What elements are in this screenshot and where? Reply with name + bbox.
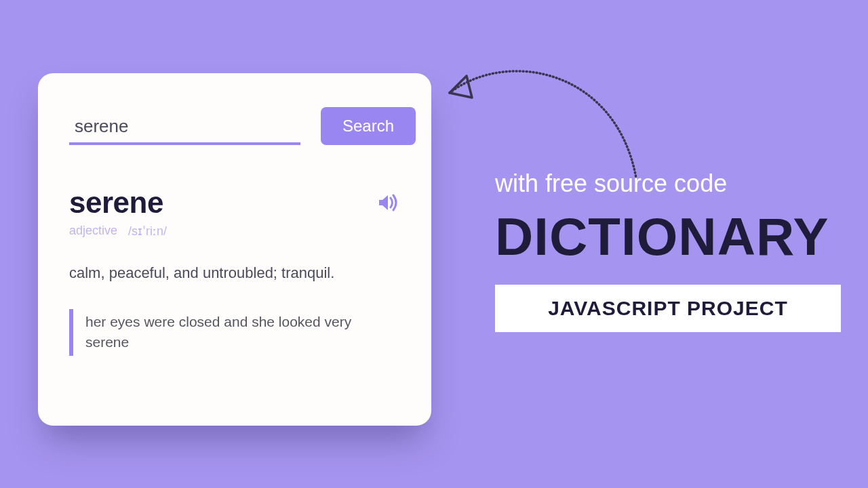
audio-icon[interactable] (377, 192, 400, 213)
dictionary-card: Search serene adjective /sɪˈriːn/ calm, … (38, 73, 431, 426)
part-of-speech: adjective (69, 224, 117, 239)
hero-section: with free source code DICTIONARY JAVASCR… (495, 169, 848, 332)
result-word: serene (69, 186, 163, 220)
word-meta: adjective /sɪˈriːn/ (69, 224, 400, 239)
example-text: her eyes were closed and she looked very… (69, 309, 354, 356)
hero-subtitle: with free source code (495, 169, 848, 198)
hero-badge: JAVASCRIPT PROJECT (495, 285, 841, 332)
search-button[interactable]: Search (321, 107, 416, 145)
search-input[interactable] (69, 112, 300, 145)
word-row: serene (69, 186, 400, 220)
pronunciation: /sɪˈriːn/ (128, 224, 167, 239)
hero-title: DICTIONARY (495, 210, 848, 263)
search-row: Search (69, 107, 400, 145)
definition-text: calm, peaceful, and untroubled; tranquil… (69, 263, 400, 283)
